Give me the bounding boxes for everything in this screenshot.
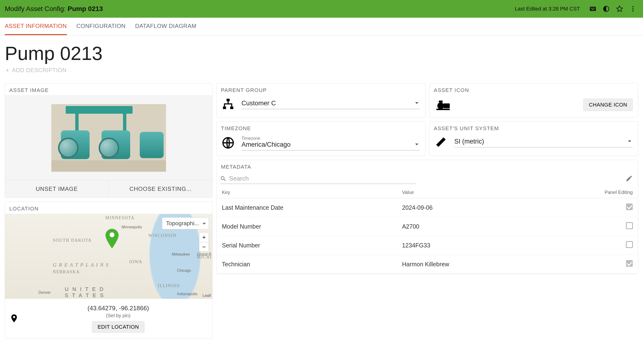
map-city-indianapolis: Indianapolis [177, 292, 197, 296]
svg-rect-12 [436, 137, 446, 147]
map-label-nebraska: NEBRASKA [53, 270, 80, 274]
map-label-great-plains: G R E A T P L A I N S [53, 262, 109, 268]
table-row: Serial Number 1234FG33 [217, 236, 638, 255]
parent-group-card: PARENT GROUP Customer C [216, 83, 426, 118]
map-city-chicago: Chicago [177, 268, 191, 273]
svg-point-7 [437, 102, 444, 109]
pencil-icon [626, 175, 633, 182]
map-label-wisconsin: WISCONSIN [148, 233, 176, 238]
location-map[interactable]: MINNESOTA SOUTH DAKOTA WISCONSIN IOWA NE… [5, 214, 212, 299]
parent-group-select[interactable]: Customer C [242, 100, 420, 109]
page-title: Pump 0213 [5, 42, 638, 64]
timezone-label: Timezone [242, 136, 412, 141]
metadata-table: Key Value Panel Editing Last Maintenance… [217, 187, 638, 274]
meta-value: Harmon Killebrew [397, 255, 541, 274]
meta-value: 1234FG33 [397, 236, 541, 255]
timezone-card: TIMEZONE Timezone America/Chicago [216, 121, 426, 156]
map-city-milwaukee: Milwaukee [172, 252, 190, 256]
panel-editing-checkbox[interactable] [626, 204, 633, 210]
unset-image-button[interactable]: UNSET IMAGE [5, 180, 109, 198]
tab-bar: ASSET INFORMATION CONFIGURATION DATAFLOW… [0, 18, 643, 35]
metadata-col-value: Value [397, 187, 541, 198]
svg-rect-6 [230, 106, 233, 109]
map-type-value: Topographi... [166, 220, 199, 227]
map-zoom-out-button[interactable]: − [199, 242, 209, 252]
panel-editing-checkbox[interactable] [626, 222, 633, 229]
tab-dataflow-diagram[interactable]: DATAFLOW DIAGRAM [135, 18, 196, 35]
metadata-col-key: Key [217, 187, 397, 198]
svg-rect-8 [444, 104, 450, 108]
add-description-label: ADD DESCRIPTION [12, 67, 67, 74]
unit-system-select[interactable]: SI (metric) [454, 138, 633, 147]
location-card: LOCATION MINNESOTA SOUTH DAKOTA WISCONSI… [5, 202, 212, 339]
globe-icon [222, 136, 234, 150]
map-label-south-dakota: SOUTH DAKOTA [53, 238, 92, 243]
tab-configuration[interactable]: CONFIGURATION [76, 18, 126, 35]
metadata-search-input[interactable] [229, 175, 416, 182]
table-row: Model Number A2700 [217, 217, 638, 236]
app-header: Modify Asset Config: Pump 0213 Last Edit… [0, 0, 643, 18]
metadata-search[interactable] [220, 174, 416, 184]
pump-icon [435, 98, 452, 112]
ruler-icon [435, 136, 447, 149]
map-city-denver: Denver [38, 290, 51, 295]
map-city-minneapolis: Minneapolis [122, 225, 142, 229]
metadata-col-panel-editing: Panel Editing [541, 187, 638, 198]
asset-icon-card-title: ASSET ICON [430, 83, 638, 95]
location-card-title: LOCATION [5, 202, 212, 214]
table-row: Last Maintenance Date 2024-09-06 [217, 198, 638, 217]
asset-image-card: ASSET IMAGE UNSET IMAGE CHOOSE EXISTING. [5, 83, 212, 198]
map-attribution: Leafl [202, 294, 211, 298]
svg-rect-5 [223, 106, 226, 109]
choose-existing-button[interactable]: CHOOSE EXISTING... [109, 180, 212, 198]
parent-group-value: Customer C [242, 100, 276, 107]
header-title: Modify Asset Config: Pump 0213 [5, 5, 103, 13]
location-set-by: (Set by pin) [28, 313, 208, 318]
panel-editing-checkbox[interactable] [626, 241, 633, 248]
meta-key: Serial Number [217, 236, 397, 255]
map-type-select[interactable]: Topographi... [162, 217, 209, 229]
metadata-card: METADATA Key Value [216, 160, 638, 274]
svg-rect-4 [227, 99, 230, 101]
asset-image-preview [5, 95, 212, 180]
meta-value: 2024-09-06 [397, 198, 541, 217]
svg-point-0 [632, 6, 634, 8]
metadata-card-title: METADATA [217, 160, 638, 172]
table-row: Technician Harmon Killebrew [217, 255, 638, 274]
plus-icon [5, 68, 10, 73]
tab-asset-information[interactable]: ASSET INFORMATION [5, 18, 67, 35]
hierarchy-icon [222, 98, 234, 111]
timezone-card-title: TIMEZONE [217, 122, 425, 134]
map-zoom-in-button[interactable]: + [199, 232, 209, 242]
map-zoom-control: + − [199, 232, 209, 252]
meta-value: A2700 [397, 217, 541, 236]
timezone-select[interactable]: Timezone America/Chicago [242, 136, 420, 150]
asset-image-card-title: ASSET IMAGE [5, 83, 212, 95]
location-coords: (43.64279, -96.21866) [28, 304, 208, 312]
panel-editing-checkbox[interactable] [626, 260, 633, 267]
more-vert-icon[interactable] [628, 4, 638, 14]
svg-point-1 [632, 8, 634, 10]
unit-system-card: ASSET'S UNIT SYSTEM SI (metric) [429, 121, 638, 156]
map-label-iowa: IOWA [129, 260, 142, 264]
location-pin-icon [105, 229, 119, 248]
add-description-button[interactable]: ADD DESCRIPTION [5, 67, 67, 74]
last-edited-text: Last Edited at 3:28 PM CST [515, 6, 580, 12]
map-city-grandr: Grand R [197, 252, 212, 256]
pin-icon [9, 312, 19, 325]
map-label-illinois: ILLINOIS [158, 283, 180, 288]
edit-metadata-button[interactable] [626, 175, 633, 183]
svg-rect-9 [439, 100, 442, 102]
map-label-minnesota: MINNESOTA [105, 216, 135, 220]
meta-key: Model Number [217, 217, 397, 236]
keyboard-icon[interactable] [588, 4, 598, 14]
asset-photo [51, 104, 166, 172]
change-icon-button[interactable]: CHANGE ICON [583, 99, 633, 111]
svg-rect-10 [436, 109, 450, 110]
edit-location-button[interactable]: EDIT LOCATION [92, 321, 144, 333]
search-icon [220, 175, 227, 182]
contrast-icon[interactable] [601, 4, 612, 14]
star-icon[interactable] [614, 4, 625, 14]
map-label-united-states: U N I T E D S T A T E S [65, 286, 104, 298]
header-title-prefix: Modify Asset Config: [5, 5, 68, 12]
